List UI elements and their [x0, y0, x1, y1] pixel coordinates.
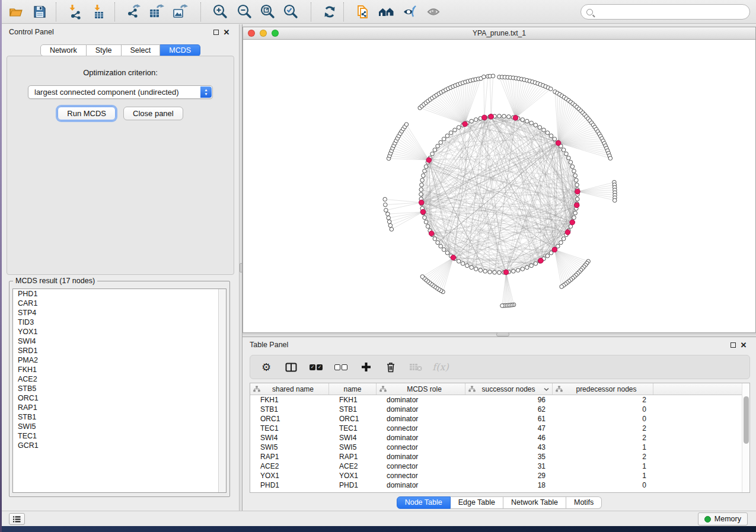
save-session-icon[interactable]: [29, 2, 50, 22]
delete-icon[interactable]: [383, 360, 398, 375]
cell-predecessor-nodes: 1: [553, 443, 653, 452]
table-row[interactable]: RAP1RAP1dominator352: [250, 452, 749, 462]
table-row[interactable]: ORC1ORC1dominator610: [250, 414, 749, 424]
mcds-result-item[interactable]: SWI4: [13, 336, 226, 346]
mcds-result-item[interactable]: ORC1: [13, 393, 226, 403]
cell-name: TEC1: [329, 424, 377, 433]
column-header-MCDS-role[interactable]: MCDS role: [377, 383, 465, 395]
table-row[interactable]: TEC1TEC1connector472: [250, 424, 749, 433]
column-header-successor-nodes[interactable]: successor nodes: [465, 383, 553, 395]
mcds-result-item[interactable]: SWI5: [13, 422, 226, 431]
houses-glyph: [378, 4, 395, 20]
tab-style[interactable]: Style: [87, 44, 122, 56]
mcds-result-item[interactable]: RAP1: [13, 403, 226, 412]
mcds-result-item[interactable]: PHD1: [13, 289, 226, 299]
main-toolbar: [2, 0, 756, 24]
show-graphics-details-icon[interactable]: [423, 2, 445, 22]
tab-motifs[interactable]: Motifs: [566, 496, 602, 509]
cell-name: STB1: [329, 405, 377, 414]
mcds-list-scrollbar[interactable]: [218, 289, 226, 492]
zoom-fit-icon[interactable]: [257, 2, 278, 22]
tab-node-table[interactable]: Node Table: [397, 496, 451, 509]
deselect-all-icon[interactable]: [333, 360, 349, 375]
float-panel-icon[interactable]: [728, 339, 738, 350]
add-icon[interactable]: [358, 360, 374, 375]
columns-glyph: [285, 363, 297, 372]
delete-table-icon[interactable]: [408, 360, 423, 375]
plus-glyph: [361, 362, 371, 372]
function-builder-icon[interactable]: f(x): [433, 360, 448, 375]
scrollbar-thumb[interactable]: [744, 396, 749, 444]
float-panel-icon[interactable]: [210, 27, 221, 37]
mcds-result-item[interactable]: STB1: [13, 412, 226, 422]
import-table-icon[interactable]: [88, 2, 110, 22]
splitter-handle[interactable]: [496, 332, 509, 336]
zoom-selected-icon[interactable]: [280, 2, 301, 22]
horizontal-splitter[interactable]: [243, 334, 756, 337]
cytoscape-window: Control Panel ✕ NetworkStyleSelectMCDS O…: [2, 0, 756, 526]
network-view[interactable]: [243, 40, 755, 332]
mcds-result-item[interactable]: SRD1: [13, 346, 226, 355]
minimize-window-icon[interactable]: [260, 30, 267, 37]
search-input[interactable]: [596, 6, 749, 18]
search-box: [580, 4, 750, 20]
maximize-window-icon[interactable]: [272, 30, 279, 37]
list-glyph: [13, 516, 21, 523]
table-row[interactable]: SWI4SWI4dominator462: [250, 433, 749, 443]
hide-graphics-details-icon[interactable]: [400, 2, 421, 22]
column-header-name[interactable]: name: [329, 383, 377, 395]
table-row[interactable]: YOX1YOX1connector291: [250, 471, 749, 480]
import-network-icon[interactable]: [65, 2, 86, 22]
column-header-shared-name[interactable]: shared name: [250, 383, 329, 395]
table-row[interactable]: PHD1PHD1dominator180: [250, 480, 749, 490]
refresh-view-icon[interactable]: [319, 2, 340, 22]
column-type-icon: [379, 386, 387, 392]
mcds-result-item[interactable]: YOX1: [13, 327, 226, 336]
mcds-result-item[interactable]: TID3: [13, 318, 226, 327]
optimization-criterion-select[interactable]: largest connected component (undirected)…: [28, 85, 213, 99]
export-table-icon[interactable]: [145, 2, 167, 22]
cell-predecessor-nodes: 2: [553, 452, 653, 462]
tab-network-table[interactable]: Network Table: [503, 496, 566, 509]
table-row[interactable]: FKH1FKH1dominator962: [250, 395, 749, 405]
table-row[interactable]: SWI5SWI5connector431: [250, 443, 749, 452]
tab-edge-table[interactable]: Edge Table: [451, 496, 503, 509]
task-history-icon[interactable]: [9, 513, 25, 525]
column-type-icon: [556, 386, 563, 392]
mcds-result-item[interactable]: GCR1: [13, 441, 226, 450]
column-header-predecessor-nodes[interactable]: predecessor nodes: [553, 383, 653, 395]
cell-successor-nodes: 35: [465, 452, 553, 462]
mcds-result-item[interactable]: CAR1: [13, 299, 226, 308]
mcds-result-item[interactable]: STB5: [13, 384, 226, 393]
export-image-icon[interactable]: [169, 2, 190, 22]
memory-button[interactable]: Memory: [698, 512, 748, 525]
mcds-result-item[interactable]: STP4: [13, 308, 226, 318]
open-file-icon[interactable]: [5, 2, 27, 22]
settings-icon[interactable]: ⚙: [259, 360, 274, 375]
export-network-icon[interactable]: [123, 2, 144, 22]
network-overview-icon[interactable]: [376, 2, 397, 22]
run-mcds-button[interactable]: Run MCDS: [58, 107, 116, 120]
cell-MCDS-role: dominator: [377, 480, 465, 490]
share-session-icon[interactable]: [353, 2, 374, 22]
close-panel-button[interactable]: Close panel: [123, 107, 183, 120]
tab-network[interactable]: Network: [40, 44, 87, 56]
cell-successor-nodes: 31: [465, 462, 553, 471]
close-panel-icon[interactable]: ✕: [221, 27, 232, 37]
mcds-result-item[interactable]: PMA2: [13, 355, 226, 365]
trash-glyph: [386, 361, 395, 373]
tab-select[interactable]: Select: [122, 44, 161, 56]
mcds-result-item[interactable]: TEC1: [13, 431, 226, 441]
column-view-icon[interactable]: [283, 360, 299, 375]
mcds-result-item[interactable]: ACE2: [13, 374, 226, 384]
table-row[interactable]: STB1STB1dominator620: [250, 405, 749, 414]
table-row[interactable]: ACE2ACE2connector311: [250, 462, 749, 471]
zoom-out-icon[interactable]: [234, 2, 255, 22]
table-scrollbar[interactable]: [742, 383, 749, 492]
select-all-icon[interactable]: ✓✓: [308, 360, 324, 375]
zoom-in-icon[interactable]: [209, 2, 231, 22]
tab-mcds[interactable]: MCDS: [160, 44, 200, 56]
close-panel-icon[interactable]: ✕: [738, 339, 749, 350]
close-window-icon[interactable]: [248, 30, 255, 37]
mcds-result-item[interactable]: FKH1: [13, 365, 226, 374]
